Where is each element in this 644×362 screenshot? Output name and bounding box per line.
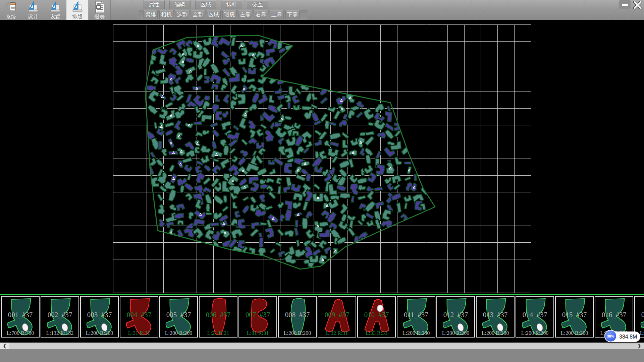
piece-lr-count: L:200 R:200 <box>160 330 197 336</box>
piece-thumbnail-strip: 001_#37 L:700 R:700 002_#37 L:132 R:132 … <box>0 296 644 338</box>
memory-percent: 38% <box>607 334 614 338</box>
tab-label: 报表 <box>94 14 105 20</box>
scroll-left-icon: ❮ <box>3 343 7 348</box>
piece-thumbnail-004_#37[interactable]: 004_#37 L:31 R:31 <box>120 296 158 338</box>
tab-系统[interactable]: 系统 <box>0 0 22 20</box>
scroll-right-button[interactable]: ❯ <box>635 343 644 349</box>
piece-thumbnail-002_#37[interactable]: 002_#37 L:132 R:132 <box>41 296 79 338</box>
piece-name: 015_#37 <box>556 311 593 319</box>
tool-button-左靠-6[interactable]: 左靠 <box>238 10 252 19</box>
tab-label: 排版 <box>72 14 83 20</box>
close-button[interactable] <box>632 0 643 9</box>
minimize-button[interactable] <box>619 0 631 9</box>
piece-lr-count: L:31 R:31 <box>239 330 276 336</box>
tool-button-右靠-7[interactable]: 右靠 <box>254 10 268 19</box>
nesting-canvas[interactable] <box>0 20 644 294</box>
piece-thumbnail-015_#37[interactable]: 015_#37 L:200 R:200 <box>555 296 594 338</box>
tab-label: 设计 <box>28 14 39 20</box>
tool-button-区域-4[interactable]: 区域 <box>207 10 221 19</box>
piece-thumbnail-010_#37[interactable]: 010_#37 L:33 R:33 <box>357 296 396 338</box>
tool-button-全割-3[interactable]: 全割 <box>191 10 205 19</box>
piece-lr-count: L:200 R:200 <box>556 330 593 336</box>
layout-icon <box>71 1 84 13</box>
piece-name: 008_#37 <box>279 311 316 319</box>
piece-name: 006_#37 <box>200 311 237 319</box>
menu-row-secondary: 聚排相机选割全割区域瑕疵左靠右靠上靠下靠 <box>144 10 300 19</box>
piece-lr-count: L:31 R:31 <box>120 330 158 336</box>
piece-name: 004_#37 <box>120 311 158 319</box>
piece-name: 013_#37 <box>477 311 514 319</box>
close-icon <box>633 1 642 9</box>
piece-lr-count: L:200 R:200 <box>516 330 553 336</box>
tab-设计[interactable]: 设计 <box>22 0 44 20</box>
menu-button-排料[interactable]: 排料 <box>221 0 242 9</box>
piece-thumbnail-008_#37[interactable]: 008_#37 L:200 R:200 <box>278 296 317 338</box>
tool-button-上靠-8[interactable]: 上靠 <box>270 10 284 19</box>
piece-lr-count: L:200 R:200 <box>81 330 118 336</box>
menu-row-primary: 属性编辑区域排料交互 <box>144 0 268 9</box>
report-icon <box>93 1 106 13</box>
piece-thumbnail-014_#37[interactable]: 014_#37 L:200 R:200 <box>516 296 554 338</box>
scroll-right-icon: ❯ <box>638 343 641 348</box>
piece-thumbnail-012_#37[interactable]: 012_#37 L:200 R:200 <box>436 296 475 338</box>
piece-thumbnail-006_#37[interactable]: 006_#37 L:21 R:21 <box>199 296 237 338</box>
piece-thumbnail-001_#37[interactable]: 001_#37 L:700 R:700 <box>1 296 40 338</box>
top-toolbar: 系统 设计 设置 排版 报表 属性编辑区域排料交互 聚排相机选割全割区域瑕疵左靠… <box>0 0 644 20</box>
tool-button-选割-2[interactable]: 选割 <box>175 10 189 19</box>
tool-button-下靠-9[interactable]: 下靠 <box>285 10 300 19</box>
memory-percent-indicator: 38% <box>604 330 617 342</box>
piece-lr-count: L:32 R:31 <box>318 330 356 336</box>
tool-button-相机-1[interactable]: 相机 <box>159 10 173 19</box>
piece-name: 012_#37 <box>437 311 474 319</box>
piece-name: 005_#37 <box>160 311 197 319</box>
piece-lr-count: L:200 R:200 <box>437 330 474 336</box>
tab-label: 系统 <box>6 14 16 20</box>
piece-name: 003_#37 <box>81 311 118 319</box>
memory-badge: 38% 384.8M <box>605 331 640 342</box>
menu-button-编辑[interactable]: 编辑 <box>169 0 191 9</box>
piece-lr-count: L:200 R:200 <box>279 330 316 336</box>
tab-label: 设置 <box>50 14 61 20</box>
menu-button-属性[interactable]: 属性 <box>144 0 165 9</box>
strip-divider <box>0 294 644 295</box>
piece-name: 016_#37 <box>595 311 633 319</box>
piece-name: 010_#37 <box>358 311 395 319</box>
piece-lr-count: L:700 R:700 <box>2 330 39 336</box>
piece-name: 007_#37 <box>239 311 276 319</box>
piece-name: 001_#37 <box>2 311 39 319</box>
piece-name: 002_#37 <box>41 311 78 319</box>
piece-name: 014_#37 <box>516 311 553 319</box>
piece-name: 011_#37 <box>397 311 435 319</box>
window-controls <box>619 0 643 9</box>
piece-lr-count: L:200 R:200 <box>477 330 514 336</box>
memory-amount: 384.8M <box>619 334 637 340</box>
piece-thumbnail-007_#37[interactable]: 007_#37 L:31 R:31 <box>238 296 277 338</box>
tab-设置[interactable]: 设置 <box>44 0 66 20</box>
piece-lr-count: L:21 R:21 <box>200 330 237 336</box>
status-bar <box>0 349 644 362</box>
piece-thumbnail-009_#37[interactable]: 009_#37 L:32 R:31 <box>318 296 356 338</box>
piece-lr-count: L:200 R:200 <box>397 330 435 336</box>
main-tabs: 系统 设计 设置 排版 报表 <box>0 0 111 20</box>
minimize-icon <box>622 4 628 6</box>
piece-name: 017_#37 <box>635 311 644 319</box>
system-icon <box>4 1 18 13</box>
tool-button-瑕疵-5[interactable]: 瑕疵 <box>222 10 236 19</box>
menu-button-交互[interactable]: 交互 <box>247 0 268 9</box>
piece-thumbnail-003_#37[interactable]: 003_#37 L:200 R:200 <box>80 296 119 338</box>
tab-报表[interactable]: 报表 <box>89 0 111 20</box>
horizontal-scrollbar[interactable]: ❮ ❯ <box>0 343 644 349</box>
piece-thumbnail-005_#37[interactable]: 005_#37 L:200 R:200 <box>159 296 198 338</box>
tool-button-聚排-0[interactable]: 聚排 <box>144 10 158 19</box>
piece-thumbnail-013_#37[interactable]: 013_#37 L:200 R:200 <box>476 296 515 338</box>
piece-name: 009_#37 <box>318 311 356 319</box>
scroll-left-button[interactable]: ❮ <box>0 343 9 349</box>
settings-icon <box>49 1 62 13</box>
piece-lr-count: L:33 R:33 <box>358 330 395 336</box>
design-icon <box>26 1 40 13</box>
menu-button-区域[interactable]: 区域 <box>195 0 216 9</box>
tab-排版[interactable]: 排版 <box>66 0 89 20</box>
piece-lr-count: L:132 R:132 <box>41 330 78 336</box>
piece-thumbnail-011_#37[interactable]: 011_#37 L:200 R:200 <box>397 296 435 338</box>
